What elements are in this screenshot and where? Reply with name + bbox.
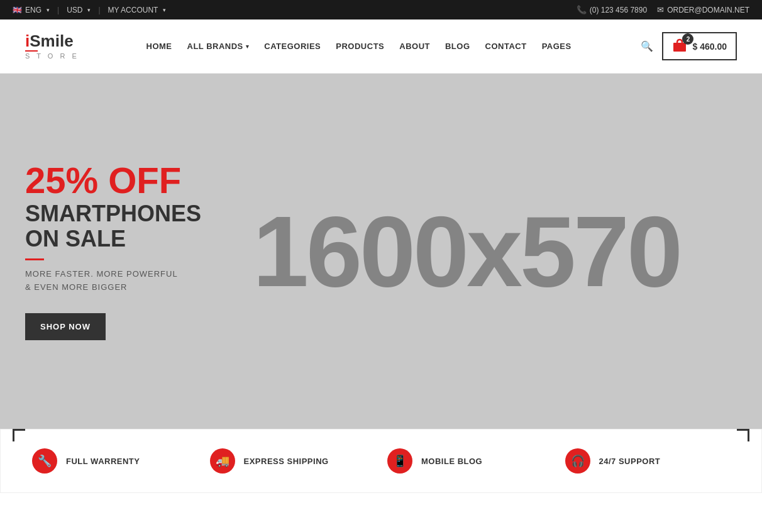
nav-categories[interactable]: CATEGORIES	[264, 42, 321, 51]
logo[interactable]: iSmile S T O R E	[25, 33, 79, 60]
logo-underline	[25, 50, 38, 52]
shipping-icon: 🚚	[210, 448, 235, 474]
blog-icon: 📱	[387, 448, 412, 474]
hero-title-line1: SMARTPHONES	[25, 201, 201, 226]
search-button[interactable]: 🔍	[638, 38, 656, 55]
nav-about[interactable]: ABOUT	[399, 42, 430, 51]
bracket-top-right	[737, 429, 749, 441]
header: iSmile S T O R E HOME ALL BRANDS ▾ CATEG…	[0, 19, 762, 74]
brands-chevron-icon: ▾	[246, 43, 250, 50]
cart-button[interactable]: 2 $ 460.00	[662, 32, 737, 60]
nav-home[interactable]: HOME	[146, 42, 172, 51]
hero-title: SMARTPHONES ON SALE	[25, 201, 201, 251]
email-icon: ✉	[657, 5, 664, 14]
hero-content: 25% OFF SMARTPHONES ON SALE MORE FASTER.…	[0, 162, 201, 340]
account-label: MY ACCOUNT	[108, 6, 158, 14]
hero-section: 1600x570 25% OFF SMARTPHONES ON SALE MOR…	[0, 74, 762, 429]
currency-chevron-icon: ▾	[87, 7, 91, 13]
nav-pages[interactable]: PAGES	[542, 42, 572, 51]
flag-icon: 🇬🇧	[13, 6, 22, 14]
separator: |	[57, 6, 59, 14]
bracket-top-left	[13, 429, 25, 441]
nav-blog[interactable]: BLOG	[445, 42, 470, 51]
features-wrapper: 🔧 FULL WARRENTY 🚚 EXPRESS SHIPPING 📱 MOB…	[0, 429, 762, 493]
feature-warranty: 🔧 FULL WARRENTY	[26, 442, 204, 480]
support-icon: 🎧	[565, 448, 590, 474]
cart-price: $ 460.00	[692, 42, 727, 52]
logo-name: iSmile	[25, 33, 79, 49]
phone-number: (0) 123 456 7890	[590, 6, 647, 14]
top-bar-right: 📞 (0) 123 456 7890 ✉ ORDER@DOMAIN.NET	[577, 5, 749, 14]
hero-subtitle: MORE FASTER. MORE POWERFUL & EVEN MORE B…	[25, 268, 201, 294]
main-nav: HOME ALL BRANDS ▾ CATEGORIES PRODUCTS AB…	[146, 42, 572, 51]
nav-all-brands[interactable]: ALL BRANDS ▾	[187, 42, 250, 51]
feature-blog-label: MOBILE BLOG	[421, 457, 482, 466]
hero-sale-text: 25% OFF	[25, 162, 201, 199]
account-selector[interactable]: MY ACCOUNT ▾	[108, 6, 167, 14]
feature-blog: 📱 MOBILE BLOG	[381, 442, 559, 480]
email-address: ORDER@DOMAIN.NET	[667, 6, 749, 14]
currency-label: USD	[67, 6, 82, 14]
feature-support-label: 24/7 SUPPORT	[599, 457, 661, 466]
hero-title-line2: ON SALE	[25, 226, 126, 252]
logo-tagline: S T O R E	[25, 53, 79, 60]
feature-shipping: 🚚 EXPRESS SHIPPING	[204, 442, 382, 480]
hero-divider	[25, 258, 44, 260]
feature-warranty-label: FULL WARRENTY	[66, 457, 140, 466]
shop-now-button[interactable]: SHOP NOW	[25, 313, 106, 340]
phone-icon: 📞	[577, 5, 587, 14]
language-selector[interactable]: 🇬🇧 ENG ▾	[13, 6, 50, 14]
nav-products[interactable]: PRODUCTS	[336, 42, 384, 51]
currency-selector[interactable]: USD ▾	[67, 6, 91, 14]
cart-icon-wrap: 2	[672, 38, 687, 54]
separator2: |	[98, 6, 100, 14]
warranty-icon: 🔧	[32, 448, 57, 474]
feature-shipping-label: EXPRESS SHIPPING	[244, 457, 329, 466]
feature-support: 🎧 24/7 SUPPORT	[559, 442, 737, 480]
lang-chevron-icon: ▾	[47, 7, 50, 13]
nav-contact[interactable]: CONTACT	[485, 42, 527, 51]
features-row: 🔧 FULL WARRENTY 🚚 EXPRESS SHIPPING 📱 MOB…	[0, 429, 762, 493]
account-chevron-icon: ▾	[163, 7, 166, 13]
hero-subtitle-line2: & EVEN MORE BIGGER	[25, 282, 127, 292]
top-bar: 🇬🇧 ENG ▾ | USD ▾ | MY ACCOUNT ▾ 📞 (0) 12…	[0, 0, 762, 19]
svg-rect-0	[673, 43, 686, 52]
email-info: ✉ ORDER@DOMAIN.NET	[657, 5, 749, 14]
logo-rest: Smile	[30, 31, 73, 50]
phone-info: 📞 (0) 123 456 7890	[577, 5, 647, 14]
hero-subtitle-line1: MORE FASTER. MORE POWERFUL	[25, 269, 178, 279]
hero-placeholder-text: 1600x570	[253, 194, 680, 309]
top-bar-left: 🇬🇧 ENG ▾ | USD ▾ | MY ACCOUNT ▾	[13, 6, 166, 14]
language-label: ENG	[25, 6, 41, 14]
cart-area: 🔍 2 $ 460.00	[638, 32, 737, 60]
